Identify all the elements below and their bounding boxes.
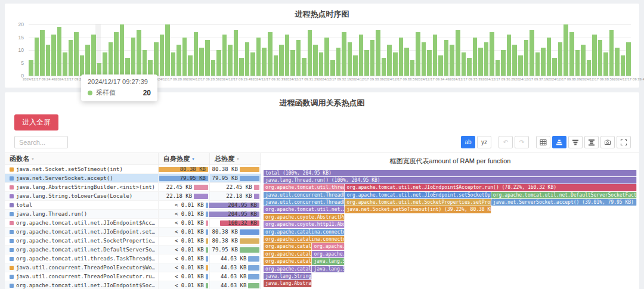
timeseries-bar[interactable] (353, 55, 358, 76)
column-header-name[interactable]: 函数名▼ (5, 154, 158, 163)
flame-segment[interactable]: org.apache.catalina (264, 266, 312, 272)
timeseries-bar[interactable] (342, 32, 346, 76)
table-row[interactable]: org.apache.tomcat.util.net.SocketPropert… (5, 237, 261, 246)
timeseries-bar[interactable] (410, 60, 415, 76)
flame-segment[interactable]: org.apache.tomcat.util.net.DefaultServer… (491, 192, 637, 198)
timeseries-bar[interactable] (274, 55, 278, 76)
timeseries-bar[interactable] (268, 32, 273, 76)
table-row[interactable]: java.lang.Thread.run()< 0.01 KB204.95 KB (5, 210, 261, 219)
timeseries-bar[interactable] (484, 42, 489, 76)
timeseries-bar[interactable] (222, 35, 227, 76)
flame-segment[interactable]: org.apache.tomcat.util.threads.TaskThrea… (264, 184, 345, 191)
icicle-chart-button[interactable] (568, 136, 583, 148)
timeseries-bar[interactable] (393, 52, 398, 76)
flame-segment[interactable]: java.lang.StringBuilder.<init>(int) (264, 273, 312, 279)
timeseries-bar[interactable] (80, 55, 85, 76)
flame-segment[interactable]: java.lang.StringBuilder.<init>() (312, 266, 345, 272)
timeseries-bar[interactable] (444, 40, 449, 76)
timeseries-bar[interactable] (97, 63, 102, 76)
timeseries-bar[interactable] (376, 30, 380, 76)
timeseries-bar[interactable] (285, 35, 290, 76)
flame-segment[interactable]: java.lang.Thread.run() (100%, 204.95 KB) (264, 177, 637, 184)
timeseries-bar[interactable] (205, 40, 210, 76)
timeseries-bar[interactable] (598, 40, 603, 76)
redo-button[interactable]: ↷ (515, 136, 529, 148)
flame-segment[interactable]: java.util.concurrent.ThreadPoolExecutor.… (264, 199, 345, 206)
table-row[interactable]: java.net.Socket.setSoTimeout(int)80.38 K… (5, 165, 261, 174)
timeseries-bar[interactable] (154, 42, 159, 76)
timeseries-bar[interactable] (63, 52, 67, 76)
timeseries-bar[interactable] (51, 35, 56, 76)
flame-segment[interactable]: org.apache.tomcat.util.net.JIoEndpoint$S… (264, 206, 345, 213)
flame-segment[interactable]: org.apache.coyote.http11.AbstractHttp11P… (264, 221, 345, 228)
timeseries-bar[interactable] (348, 42, 352, 76)
timeseries-bar[interactable] (524, 40, 529, 76)
table-row[interactable]: org.apache.tomcat.util.threads.TaskThrea… (5, 254, 261, 263)
timeseries-bar[interactable] (541, 48, 546, 76)
timeseries-bar[interactable] (581, 45, 586, 76)
timeseries-bar[interactable] (330, 60, 335, 76)
flame-segment[interactable]: org.apache.coyote.AbstractProtocol$Abstr… (264, 214, 345, 220)
flame-segment[interactable]: org.apache.tomcat.ut (312, 251, 345, 257)
table-row[interactable]: org.apache.tomcat.util.net.JIoEndpoint$S… (5, 281, 261, 289)
timeseries-bar[interactable] (427, 50, 432, 76)
timeseries-bar[interactable] (194, 32, 199, 76)
table-row[interactable]: total< 0.01 KB204.95 KB (5, 201, 261, 210)
timeseries-bar[interactable] (518, 55, 523, 76)
timeseries-bar[interactable] (370, 40, 375, 76)
timeseries-bar[interactable] (552, 58, 557, 76)
flame-segment[interactable]: java.lang.AbstractStringBuilder.<init>(i… (264, 280, 312, 287)
timeseries-bar[interactable] (313, 45, 318, 76)
timeseries-bar[interactable] (404, 48, 409, 76)
timeseries-bar[interactable] (450, 45, 454, 76)
enter-fullscreen-button[interactable]: 进入全屏 (14, 114, 58, 130)
flame-segment[interactable]: org.apache.tomcat.util.net.JIoEndpoint$A… (345, 184, 637, 191)
timeseries-bar[interactable] (165, 24, 170, 76)
timeseries-bar[interactable] (564, 24, 568, 76)
flame-segment[interactable]: org.apache.catalina.core (264, 251, 312, 257)
timeseries-bar[interactable] (501, 50, 506, 76)
timeseries-bar[interactable] (478, 48, 483, 76)
timeseries-bar[interactable] (364, 50, 369, 76)
timeseries-bar[interactable] (626, 42, 631, 76)
timeseries-bar[interactable] (171, 52, 176, 76)
flame-segment[interactable]: org.apache.tomcat.util.net.SocketPropert… (345, 199, 491, 206)
timeseries-bar[interactable] (547, 38, 552, 76)
timeseries-bar[interactable] (250, 52, 255, 76)
timeseries-bar[interactable] (239, 58, 244, 76)
timeseries-bar[interactable] (245, 42, 250, 76)
flame-segment[interactable]: org.apache.catalina.connector.CoyoteAdap… (264, 229, 345, 235)
timeseries-bar[interactable] (57, 27, 62, 76)
flame-segment[interactable]: org.apache.catalina.core.StandardService (264, 243, 312, 250)
timeseries-bar[interactable] (177, 45, 181, 76)
search-input[interactable] (14, 136, 68, 148)
timeseries-bar[interactable] (234, 30, 239, 76)
timeseries-bar[interactable] (319, 52, 324, 76)
timeseries-bar[interactable] (359, 35, 364, 76)
timeseries-bar[interactable] (592, 35, 597, 76)
flame-chart-button[interactable] (552, 136, 566, 148)
timeseries-bar[interactable] (382, 58, 386, 76)
timeseries-bar[interactable] (399, 38, 404, 76)
timeseries-bar[interactable] (535, 52, 540, 76)
column-header-self-heat[interactable]: 自身热度▼ (158, 153, 209, 164)
flame-segment[interactable]: java.net.ServerSocket.accept() (39.01%, … (491, 199, 637, 206)
flame-segment[interactable]: java.util.concurrent.ThreadPoolExecutor$… (264, 192, 345, 198)
timeseries-bar[interactable] (35, 38, 39, 76)
timeseries-bar[interactable] (467, 58, 472, 76)
table-row[interactable]: org.apache.tomcat.util.net.JIoEndpoint.s… (5, 228, 261, 237)
undo-button[interactable]: ↶ (499, 136, 513, 148)
timeseries-bar[interactable] (228, 45, 233, 76)
timeseries-bar[interactable] (296, 40, 301, 76)
timeseries-bar[interactable] (143, 50, 147, 76)
screenshot-button[interactable] (600, 136, 615, 148)
timeseries-bar[interactable] (603, 52, 608, 76)
flame-segment[interactable]: org.apache.catalina. (312, 243, 345, 250)
timeseries-bar[interactable] (40, 30, 45, 76)
timeseries-bar[interactable] (120, 24, 125, 76)
flame-segment[interactable]: org.apache.catalina.core (264, 258, 312, 265)
timeseries-bar[interactable] (29, 60, 33, 76)
timeseries-bar[interactable] (490, 32, 494, 76)
column-header-total-heat[interactable]: 总热度▼ (209, 153, 261, 164)
timeseries-bar[interactable] (609, 30, 614, 76)
